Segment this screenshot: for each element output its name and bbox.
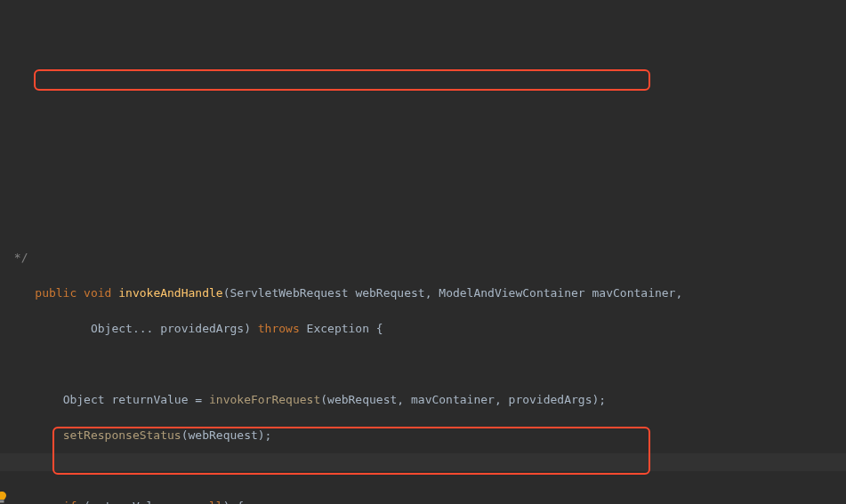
method-name: invokeAndHandle: [118, 286, 222, 300]
code-line[interactable]: if (returnValue == null) {: [7, 498, 846, 504]
param-name: mavContainer: [592, 286, 676, 300]
comment-end: */: [7, 251, 28, 264]
exception-type: Exception: [300, 322, 376, 335]
varargs: ...: [133, 322, 160, 335]
args: (webRequest);: [181, 428, 272, 442]
param-type: Object: [91, 322, 133, 335]
args: (webRequest, mavContainer, providedArgs)…: [320, 393, 606, 406]
kw-void: void: [84, 286, 111, 300]
var: returnValue: [91, 500, 174, 504]
code-line[interactable]: public void invokeAndHandle(ServletWebRe…: [7, 284, 846, 302]
paren: (: [77, 500, 91, 504]
method-call: invokeForRequest: [209, 393, 320, 406]
param-name: webRequest: [355, 286, 424, 300]
var-type: Object: [63, 393, 112, 406]
brace: {: [376, 322, 383, 335]
code-line[interactable]: [7, 356, 846, 373]
param-name: providedArgs: [160, 322, 244, 335]
code-line[interactable]: Object... providedArgs) throws Exception…: [7, 320, 846, 338]
code-line[interactable]: [7, 462, 846, 480]
kw-null: null: [195, 500, 222, 504]
var-name: returnValue: [111, 393, 195, 406]
comma: ,: [675, 286, 682, 300]
param-type: ServletWebRequest: [230, 286, 348, 300]
paren-close: ): [244, 322, 258, 335]
kw-throws: throws: [258, 322, 300, 335]
kw-if: if: [63, 500, 77, 504]
code-line[interactable]: Object returnValue = invokeForRequest(we…: [7, 391, 846, 409]
svg-rect-1: [0, 501, 4, 502]
highlight-box-1: [34, 69, 650, 91]
code-editor[interactable]: */ public void invokeAndHandle(ServletWe…: [0, 0, 846, 504]
svg-rect-0: [0, 500, 4, 501]
code-line[interactable]: setResponseStatus(webRequest);: [7, 427, 846, 444]
kw-public: public: [35, 286, 77, 300]
intention-bulb-icon[interactable]: [0, 456, 7, 467]
eq: =: [195, 393, 209, 406]
eq: ==: [174, 500, 195, 504]
method-call: setResponseStatus: [63, 428, 181, 442]
param-type: ModelAndViewContainer: [439, 286, 584, 300]
comma: ,: [425, 286, 439, 300]
code-line[interactable]: */: [7, 249, 846, 267]
paren: ) {: [223, 500, 244, 504]
